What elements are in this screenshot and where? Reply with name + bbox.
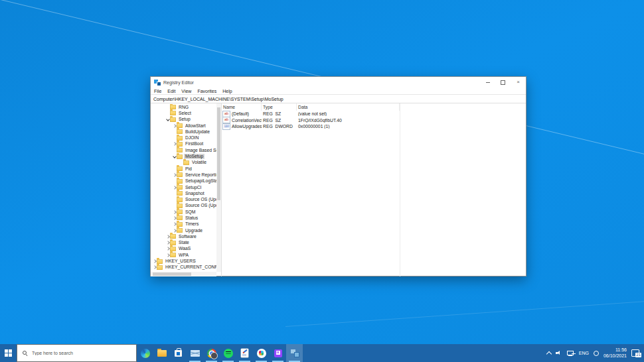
network-button[interactable] [567,350,574,356]
folder-icon [170,105,176,109]
tree-item-software[interactable]: Software [151,233,216,239]
tree-item-select[interactable]: Select [151,110,216,116]
taskbar-search[interactable] [17,344,137,362]
tree-item-source-os-updat[interactable]: Source OS (Updat [151,196,216,202]
tree-item-source-os-updat[interactable]: Source OS (Updat [151,203,216,209]
chevron-right-icon[interactable] [172,174,177,176]
tree-item-service-reporting[interactable]: Service Reporting [151,172,216,178]
tree-item-wpa[interactable]: WPA [151,252,216,258]
folder-icon [177,228,183,233]
taskbar-editor-button[interactable] [236,344,253,362]
tree-item-allowstart[interactable]: AllowStart [151,123,216,129]
tree-item-timers[interactable]: Timers [151,221,216,227]
chevron-right-icon[interactable] [172,186,177,189]
chevron-right-icon[interactable] [165,247,170,250]
value-row-allowupgrades[interactable]: 110AllowUpgrades...REG_DWORD0x00000001 (… [222,123,526,130]
taskbar-slack-button[interactable] [253,344,270,362]
chevron-right-icon[interactable] [165,241,170,244]
chevron-right-icon[interactable] [152,260,157,263]
chevron-right-icon[interactable] [152,266,157,269]
menu-item-file[interactable]: File [154,89,161,93]
folder-icon [177,123,183,128]
tree-item-image-based-setu[interactable]: Image Based Setu. [151,147,216,153]
value-row-correlationvector[interactable]: abCorrelationVectorREG_SZ1FrQ/IXdG0qfIbU… [222,117,526,124]
file-explorer-icon [157,350,167,357]
start-button[interactable] [0,344,17,362]
volume-button[interactable] [556,350,562,356]
folder-icon [170,234,176,239]
store-icon [175,350,182,357]
chevron-down-icon[interactable] [165,118,170,121]
tree-item-label: WaaS [177,246,192,251]
tree-item-label: State [177,240,191,245]
menu-item-view[interactable]: View [181,89,191,93]
tree-vertical-scrollbar[interactable] [216,103,221,272]
tree-item-hkey-current-config[interactable]: HKEY_CURRENT_CONFIG [151,265,216,271]
taskbar-edge-button[interactable] [137,344,153,362]
tree-item-sqm[interactable]: SQM [151,209,216,215]
tree-item-label: Select [177,111,193,116]
tree-item-label: Software [177,234,198,239]
chevron-right-icon[interactable] [172,125,177,127]
tray-app-button[interactable] [594,351,599,356]
column-header-type[interactable]: Type [262,103,297,111]
tree-item-upgrade[interactable]: Upgrade [151,227,216,233]
close-button[interactable]: × [511,77,526,88]
taskbar-twitch-button[interactable] [270,344,286,362]
tree-item-setup[interactable]: Setup [151,117,216,123]
registry-editor-icon [154,80,161,86]
maximize-button[interactable] [495,77,511,88]
chevron-right-icon[interactable] [172,143,177,145]
taskbar-chrome-button[interactable] [203,344,220,362]
tree-item-state[interactable]: State [151,240,216,246]
tree-item-waas[interactable]: WaaS [151,246,216,252]
address-bar[interactable]: Computer\HKEY_LOCAL_MACHINE\SYSTEM\Setup… [151,94,526,103]
network-icon [567,350,574,356]
chevron-up-icon [546,351,552,357]
action-center-button[interactable]: 21 [631,349,640,357]
tree-item-status[interactable]: Status [151,215,216,221]
tree-item-setupapilogstats[interactable]: SetupapiLogStats. [151,178,216,184]
column-header-data[interactable]: Data [297,103,400,111]
chevron-right-icon[interactable] [172,223,177,225]
chevron-right-icon[interactable] [172,229,177,232]
tree-item-hkey-users[interactable]: HKEY_USERS [151,258,216,264]
folder-icon [177,166,183,171]
taskbar-registry-editor-button[interactable] [286,344,303,362]
chevron-right-icon[interactable] [165,254,170,257]
column-header-name[interactable]: Name [222,103,262,111]
value-row-default[interactable]: ab(Default)REG_SZ(value not set) [222,111,526,117]
registry-editor-icon [291,349,299,357]
menu-item-help[interactable]: Help [222,89,232,93]
chevron-right-icon[interactable] [165,235,170,238]
chevron-right-icon[interactable] [172,211,177,213]
chevron-down-icon[interactable] [172,155,177,158]
chevron-right-icon[interactable] [172,217,177,219]
taskbar-spotify-button[interactable] [220,344,236,362]
clock[interactable]: 11:56 06/10/2021 [604,347,627,359]
tray-expand-button[interactable] [547,350,551,356]
title-bar[interactable]: Registry Editor × [151,77,526,88]
menu-item-favorites[interactable]: Favorites [197,89,216,93]
search-input[interactable] [31,350,113,356]
tree-item-volatile[interactable]: Volatile [151,160,216,166]
tree-item-djoin[interactable]: DJOIN [151,135,216,141]
scrollbar-thumb[interactable] [153,272,191,276]
tree-item-buildupdate[interactable]: BuildUpdate [151,129,216,135]
folder-icon [177,191,183,196]
taskbar-mail-button[interactable] [187,344,203,362]
tree-item-label: Service Reporting [184,172,216,178]
tree-item-rng[interactable]: RNG [151,104,216,110]
menu-item-edit[interactable]: Edit [167,89,175,93]
minimize-button[interactable] [480,77,495,88]
scrollbar-thumb[interactable] [217,107,220,200]
taskbar-file-explorer-button[interactable] [153,344,170,362]
tree-item-snapshot[interactable]: Snapshot [151,190,216,196]
tree-horizontal-scrollbar[interactable] [151,272,216,276]
language-indicator[interactable]: ENG [579,351,589,355]
tree-item-pid[interactable]: Pid [151,166,216,172]
tree-item-label: Timers [184,221,201,227]
taskbar-store-button[interactable] [170,344,187,362]
tree-item-firstboot[interactable]: FirstBoot [151,141,216,147]
tree-item-setupcl[interactable]: SetupCl [151,184,216,190]
